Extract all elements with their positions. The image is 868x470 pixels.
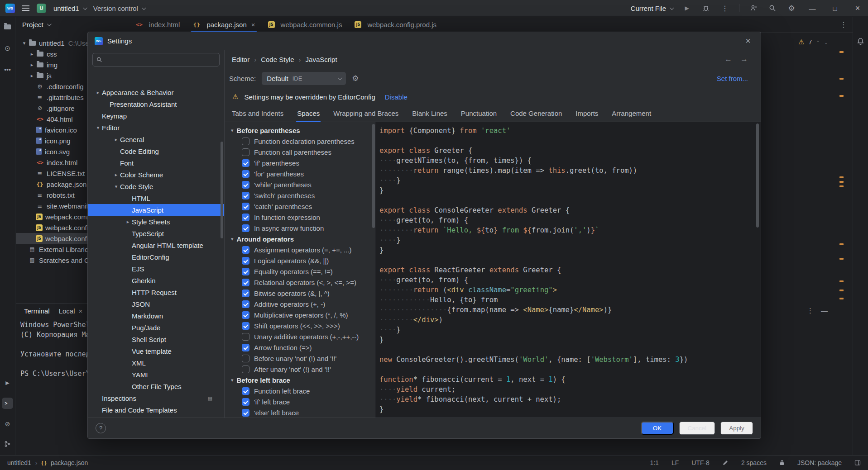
- settings-tree-item[interactable]: Markdown: [88, 310, 224, 322]
- checkbox[interactable]: [242, 181, 249, 189]
- checkbox[interactable]: [242, 148, 249, 156]
- indent-widget[interactable]: 2 spaces: [741, 459, 767, 466]
- section-header[interactable]: ▾Around operators: [225, 233, 375, 244]
- section-header[interactable]: ▾Before left brace: [225, 375, 375, 385]
- dialog-close-icon[interactable]: ×: [742, 36, 754, 46]
- settings-tree-item[interactable]: EJS: [88, 263, 224, 275]
- tree-chevron-icon[interactable]: ▸: [112, 172, 120, 178]
- json-schema-widget[interactable]: JSON: package: [797, 459, 842, 466]
- checkbox-option[interactable]: Equality operators (==, !=): [225, 266, 375, 277]
- settings-tab[interactable]: Tabs and Indents: [232, 109, 283, 122]
- editor-tab[interactable]: {}package.json×: [186, 17, 261, 33]
- section-header[interactable]: ▾Before parentheses: [225, 125, 375, 136]
- settings-tree-item[interactable]: ▸Appearance & Behavior: [88, 86, 224, 98]
- ok-button[interactable]: OK: [641, 422, 674, 435]
- checkbox[interactable]: [242, 290, 249, 297]
- checkbox[interactable]: [242, 279, 249, 286]
- main-menu-icon[interactable]: [22, 5, 29, 11]
- run-icon[interactable]: ▶: [682, 3, 692, 13]
- settings-tree-item[interactable]: ▸Style Sheets: [88, 216, 224, 228]
- next-problem-icon[interactable]: ⌃: [824, 40, 828, 45]
- settings-tree-item[interactable]: JSON: [88, 298, 224, 310]
- settings-tab[interactable]: Blank Lines: [412, 109, 447, 122]
- project-panel-header[interactable]: Project: [16, 17, 126, 33]
- settings-tree-item[interactable]: Pug/Jade: [88, 322, 224, 333]
- options-icon[interactable]: ⋮: [807, 307, 814, 315]
- terminal-toolwindow-icon[interactable]: >_: [2, 398, 13, 409]
- vcs-widget[interactable]: Version control: [93, 5, 145, 12]
- scheme-select[interactable]: Default IDE: [262, 72, 346, 85]
- settings-tab[interactable]: Spaces: [297, 109, 320, 122]
- tree-chevron-icon[interactable]: ▸: [28, 62, 36, 68]
- cancel-button[interactable]: Cancel: [679, 422, 715, 435]
- scheme-actions-gear-icon[interactable]: ⚙: [352, 74, 359, 83]
- checkbox[interactable]: [242, 192, 249, 199]
- checkbox[interactable]: [242, 322, 249, 330]
- layout-icon[interactable]: [854, 460, 861, 466]
- checkbox-option[interactable]: Additive operators (+, -): [225, 299, 375, 309]
- checkbox-option[interactable]: Bitwise operators (&, |, ^): [225, 288, 375, 299]
- settings-tree-item[interactable]: XML: [88, 357, 224, 369]
- problems-toolwindow-icon[interactable]: ⊘: [2, 418, 13, 429]
- run-toolwindow-icon[interactable]: ▶: [2, 377, 13, 389]
- settings-tab[interactable]: Punctuation: [461, 109, 497, 122]
- window-maximize-icon[interactable]: □: [828, 5, 842, 12]
- tab-close-icon[interactable]: ×: [251, 21, 255, 28]
- checkbox-option[interactable]: Function declaration parentheses: [225, 136, 375, 147]
- settings-tree-item[interactable]: Code Editing: [88, 145, 224, 157]
- error-stripe[interactable]: [839, 33, 844, 455]
- settings-tree-item[interactable]: ▾Editor: [88, 122, 224, 133]
- tree-chevron-icon[interactable]: ▸: [124, 219, 132, 225]
- close-icon[interactable]: ×: [79, 307, 83, 315]
- project-widget[interactable]: untitled1: [53, 5, 86, 12]
- checkbox[interactable]: [242, 300, 249, 308]
- scrollbar-thumb[interactable]: [756, 123, 759, 228]
- tree-chevron-icon[interactable]: ▸: [28, 51, 36, 57]
- settings-tree-item[interactable]: Angular HTML template: [88, 239, 224, 251]
- checkbox[interactable]: [242, 246, 249, 254]
- code-with-me-icon[interactable]: [748, 3, 758, 13]
- terminal-tab-local[interactable]: Local×: [59, 307, 83, 315]
- tree-chevron-icon[interactable]: ▸: [94, 90, 102, 95]
- settings-tree-item[interactable]: HTML: [88, 192, 224, 204]
- scrollbar-thumb[interactable]: [221, 142, 223, 238]
- tree-chevron-icon[interactable]: ▾: [112, 184, 120, 190]
- checkbox[interactable]: [242, 170, 249, 178]
- checkbox[interactable]: [242, 214, 249, 221]
- breadcrumb-project[interactable]: untitled1: [7, 459, 31, 466]
- settings-tree-item[interactable]: Presentation Assistant: [88, 98, 224, 110]
- checkbox-option[interactable]: Before unary 'not' (!) and '!!': [225, 353, 375, 364]
- checkbox-option[interactable]: Function call parentheses: [225, 147, 375, 157]
- settings-tree-item[interactable]: Font: [88, 157, 224, 169]
- checkbox-option[interactable]: Unary additive operators (+,-,++,--): [225, 331, 375, 342]
- more-toolwindows-icon[interactable]: •••: [2, 64, 13, 75]
- settings-tab[interactable]: Imports: [575, 109, 598, 122]
- checkbox[interactable]: [242, 366, 249, 373]
- checkbox-option[interactable]: 'catch' parentheses: [225, 201, 375, 212]
- breadcrumb-file[interactable]: package.json: [51, 459, 88, 466]
- checkbox[interactable]: [242, 203, 249, 210]
- breadcrumb-item[interactable]: Code Style: [261, 56, 294, 63]
- git-toolwindow-icon[interactable]: [2, 438, 13, 450]
- checkbox[interactable]: [242, 257, 249, 265]
- settings-tree-item[interactable]: Shell Script: [88, 333, 224, 345]
- checkbox-option[interactable]: In function expression: [225, 212, 375, 223]
- checkbox-option[interactable]: Assignment operators (=, +=, ...): [225, 244, 375, 255]
- checkbox[interactable]: [242, 268, 249, 275]
- tree-chevron-icon[interactable]: ▸: [112, 137, 120, 142]
- project-toolwindow-icon[interactable]: [2, 21, 13, 33]
- settings-tab[interactable]: Arrangement: [612, 109, 651, 122]
- checkbox-option[interactable]: Shift operators (<<, >>, >>>): [225, 320, 375, 331]
- settings-dialog-header[interactable]: WS Settings ×: [88, 32, 761, 50]
- checkbox[interactable]: [242, 138, 249, 145]
- settings-tree-item[interactable]: Keymap: [88, 110, 224, 122]
- back-arrow-icon[interactable]: ←: [724, 55, 732, 64]
- settings-tree-item[interactable]: ▾Code Style: [88, 180, 224, 192]
- settings-tree-item[interactable]: ▸General: [88, 133, 224, 145]
- checkbox-option[interactable]: Multiplicative operators (*, /, %): [225, 309, 375, 320]
- settings-tree-item[interactable]: EditorConfig: [88, 251, 224, 263]
- readonly-toggle-pencil-icon[interactable]: [722, 460, 729, 466]
- forward-arrow-icon[interactable]: →: [740, 55, 748, 64]
- checkbox-option[interactable]: 'if' parentheses: [225, 157, 375, 168]
- checkbox[interactable]: [242, 387, 249, 395]
